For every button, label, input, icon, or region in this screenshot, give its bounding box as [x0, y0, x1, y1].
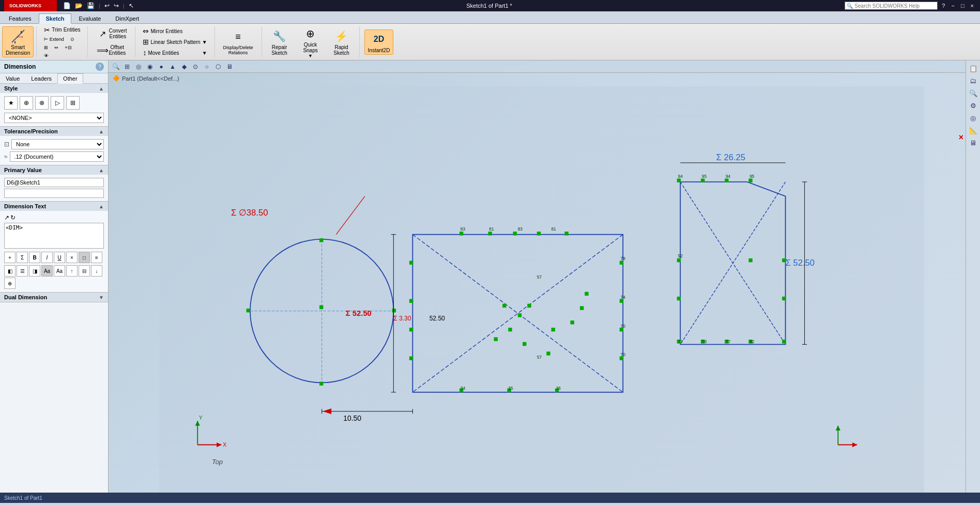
- cad-center-btn[interactable]: ○: [202, 62, 212, 72]
- right-icon-circle[interactable]: ◎: [968, 112, 979, 124]
- tolerance-section-title: Tolerance/Precision: [4, 128, 58, 134]
- cad-snap-btn[interactable]: ⊙: [190, 62, 201, 72]
- svg-text:83: 83: [518, 226, 523, 232]
- cad-section-btn[interactable]: ◉: [145, 62, 155, 72]
- win-restore[interactable]: □: [959, 3, 967, 9]
- style-btn-4[interactable]: ▷: [51, 96, 64, 110]
- right-icon-measure[interactable]: 📐: [968, 125, 979, 136]
- move-entities-button[interactable]: ↕ Move Entities ▼: [140, 48, 209, 58]
- tab-sketch[interactable]: Sketch: [39, 13, 71, 24]
- svg-rect-58: [782, 340, 786, 343]
- quick-snaps-button[interactable]: ⊕ QuickSnaps ▼: [298, 24, 324, 60]
- top-toolbar-undo[interactable]: ↩: [104, 2, 110, 9]
- primary-value-input[interactable]: [4, 178, 104, 187]
- tolerance-dropdown[interactable]: None Basic Bilateral: [11, 139, 104, 149]
- fmt-left-align[interactable]: ◧: [4, 265, 16, 277]
- right-icon-folder[interactable]: 🗂: [968, 75, 979, 86]
- display-delete-relations-button[interactable]: ≡ Display/DeleteRelations: [220, 27, 257, 57]
- smart-dimension-button[interactable]: ⟼ SmartDimension: [2, 26, 34, 57]
- cad-hex-btn[interactable]: ⬡: [213, 62, 223, 72]
- search-input[interactable]: [854, 2, 937, 9]
- fmt-up[interactable]: ↑: [66, 265, 78, 277]
- cad-display-btn[interactable]: 🖥: [224, 62, 235, 72]
- extend-entities-button[interactable]: ⊢ Extend: [41, 36, 67, 43]
- right-icon-display[interactable]: 🖥: [968, 137, 979, 148]
- fmt-special[interactable]: ⊕: [4, 278, 16, 289]
- linear-sketch-pattern-button[interactable]: ⊞ Linear Sketch Pattern ▼: [140, 37, 209, 47]
- cad-render-btn[interactable]: ●: [156, 62, 166, 72]
- top-toolbar-save[interactable]: 💾: [87, 2, 95, 9]
- sketch-canvas[interactable]: Σ ∅38.50: [119, 86, 964, 493]
- convert-entities-button[interactable]: ↗ ConvertEntities: [93, 26, 130, 41]
- fmt-underline[interactable]: U: [54, 252, 65, 263]
- tab-value[interactable]: Value: [0, 73, 25, 83]
- tolerance-section-header[interactable]: Tolerance/Precision ▲: [0, 127, 108, 136]
- fmt-add[interactable]: +: [4, 252, 16, 263]
- fmt-right-align[interactable]: ◨: [29, 265, 40, 277]
- top-toolbar-open[interactable]: 📂: [75, 2, 83, 9]
- fmt-box[interactable]: □: [79, 252, 90, 263]
- cad-view-btn[interactable]: ▲: [167, 62, 178, 72]
- style-dropdown[interactable]: <NONE>: [4, 113, 104, 123]
- tab-features[interactable]: Features: [2, 13, 38, 23]
- fmt-sigma[interactable]: Σ: [17, 252, 28, 263]
- show-hide-btn[interactable]: 👁: [41, 52, 51, 59]
- fmt-italic[interactable]: I: [41, 252, 53, 263]
- instant2d-button[interactable]: 2D Instant2D: [364, 29, 394, 55]
- primary-value-input2[interactable]: [4, 189, 104, 198]
- quick-snaps-dropdown[interactable]: ▼: [308, 53, 313, 58]
- linear-sketch-pattern-dropdown[interactable]: ▼: [202, 39, 207, 45]
- cad-zoom-btn[interactable]: 🔍: [111, 62, 121, 72]
- tab-evaluate[interactable]: Evaluate: [72, 13, 108, 23]
- style-btn-5[interactable]: ⊞: [66, 96, 80, 110]
- primary-value-header[interactable]: Primary Value ▲: [0, 165, 108, 175]
- make-path-btn[interactable]: ⊞: [41, 44, 51, 51]
- cad-orient-btn[interactable]: ◆: [179, 62, 189, 72]
- win-minimize[interactable]: −: [949, 3, 956, 9]
- mirror-about-btn[interactable]: ⇔: [52, 44, 61, 51]
- style-btn-2[interactable]: ⊕: [20, 96, 33, 110]
- precision-dropdown[interactable]: .12 (Document) .1 .12 .123: [10, 151, 104, 162]
- svg-rect-18: [247, 309, 250, 312]
- win-help[interactable]: ?: [940, 3, 947, 9]
- tab-other[interactable]: Other: [57, 73, 83, 84]
- add-rel-btn[interactable]: +⊟: [62, 44, 74, 51]
- style-btn-3[interactable]: ⊗: [35, 96, 49, 110]
- right-icon-settings[interactable]: ⚙: [968, 100, 979, 111]
- cad-rotate-btn[interactable]: ◎: [133, 62, 144, 72]
- win-close[interactable]: ×: [969, 3, 976, 9]
- panel-help-button[interactable]: ?: [96, 63, 104, 71]
- top-toolbar-pointer[interactable]: ↖: [129, 2, 134, 9]
- tab-leaders[interactable]: Leaders: [25, 73, 57, 83]
- fmt-center-v[interactable]: ⊟: [79, 265, 90, 277]
- fmt-aa2[interactable]: Aa: [54, 265, 65, 277]
- construction-btn[interactable]: ⊙: [68, 36, 77, 43]
- trim-entities-button[interactable]: ✂ Trim Entities: [41, 25, 83, 35]
- fmt-aa[interactable]: Aa: [41, 265, 53, 277]
- fmt-list[interactable]: ≡: [91, 252, 102, 263]
- right-icon-search[interactable]: 🔍: [968, 87, 979, 99]
- fmt-bold[interactable]: B: [29, 252, 40, 263]
- svg-text:10.50: 10.50: [343, 414, 361, 422]
- top-toolbar-redo[interactable]: ↪: [114, 2, 119, 9]
- fmt-center-align[interactable]: ☰: [17, 265, 28, 277]
- dim-text-area[interactable]: <DIM>: [4, 223, 104, 249]
- fmt-down[interactable]: ↓: [91, 265, 102, 277]
- move-entities-dropdown[interactable]: ▼: [202, 50, 207, 56]
- offset-entities-button[interactable]: ⟹ OffsetEntities: [93, 42, 130, 58]
- cad-grid-btn[interactable]: ⊞: [122, 62, 132, 72]
- right-icon-clipboard[interactable]: 📋: [968, 63, 979, 74]
- tab-dimxpert[interactable]: DimXpert: [109, 13, 146, 23]
- style-section-header[interactable]: Style ▲: [0, 84, 108, 93]
- repair-sketch-button[interactable]: 🔧 RepairSketch: [267, 26, 293, 57]
- trim-entities-icon: ✂: [44, 26, 50, 34]
- dim-text-header[interactable]: Dimension Text ▲: [0, 202, 108, 211]
- fmt-multiply[interactable]: ×: [66, 252, 78, 263]
- move-entities-icon: ↕: [143, 49, 146, 57]
- mirror-entities-button[interactable]: ⇔ Mirror Entities: [140, 26, 209, 36]
- top-toolbar-new[interactable]: 📄: [63, 2, 71, 9]
- style-btn-1[interactable]: ★: [4, 96, 18, 110]
- dual-dimension-header[interactable]: Dual Dimension ▼: [0, 293, 108, 302]
- svg-text:94: 94: [678, 174, 683, 179]
- rapid-sketch-button[interactable]: ⚡ RapidSketch: [329, 26, 355, 57]
